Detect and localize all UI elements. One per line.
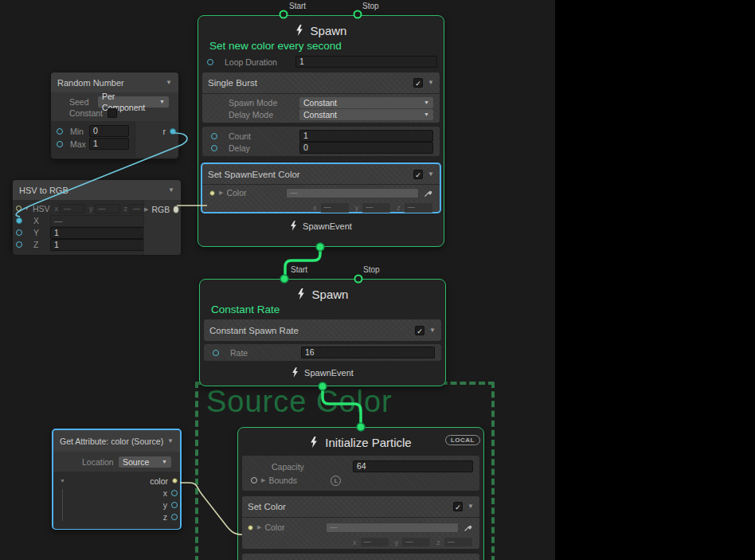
min-field[interactable]: 0	[89, 125, 129, 137]
constant-checkbox[interactable]: ✓	[108, 108, 117, 118]
seed-dropdown[interactable]: Per Component▼	[98, 96, 169, 108]
z-output-port[interactable]	[171, 514, 178, 520]
z-field[interactable]: —	[444, 537, 473, 547]
x-output-port[interactable]	[171, 490, 178, 496]
spawn2-note[interactable]: Constant Rate	[211, 303, 445, 315]
expand-triangle-icon[interactable]: ▼	[24, 206, 29, 211]
set-color-checkbox[interactable]: ✓	[453, 502, 463, 511]
min-port[interactable]	[57, 128, 63, 135]
hsv-z-port[interactable]	[16, 241, 22, 248]
node-initialize-particle[interactable]: Initialize Particle LOCAL Capacity 64 ▶ …	[237, 427, 484, 560]
rgb-output-label: RGB	[151, 205, 170, 214]
initialize-input-port[interactable]	[357, 423, 365, 431]
constant-spawn-rate-block[interactable]: Constant Spawn Rate ✓ ▼	[204, 319, 441, 341]
x-field[interactable]: —	[360, 537, 389, 547]
spawn2-stop-port[interactable]	[355, 276, 362, 283]
get-attribute-settings: Location Source▼	[53, 452, 180, 472]
single-burst-checkbox[interactable]: ✓	[413, 78, 423, 88]
y-field[interactable]: —	[362, 202, 391, 213]
count-port[interactable]	[211, 133, 217, 139]
x-field[interactable]: —	[320, 202, 350, 213]
rate-field[interactable]: 16	[301, 347, 435, 358]
spawn1-start-port[interactable]	[280, 11, 288, 18]
node-hsv-to-rgb[interactable]: HSV to RGB ▼ ▼ HSV x — y — z — X —	[12, 179, 182, 251]
node-get-attribute-color[interactable]: Get Attribute: color (Source) ▼ Location…	[52, 429, 182, 530]
spawn2-footer-label: SpawnEvent	[304, 368, 354, 378]
collapse-triangle-icon[interactable]: ▶	[219, 190, 223, 196]
eyedropper-icon[interactable]	[464, 523, 473, 532]
rgb-output-port[interactable]	[173, 206, 179, 213]
chevron-down-icon[interactable]: ▼	[168, 187, 174, 194]
x-row-field[interactable]: —	[50, 215, 144, 227]
single-burst-block[interactable]: Single Burst ✓ ▼ Spawn Mode Constant▼ De…	[202, 72, 440, 123]
z-field[interactable]: —	[404, 202, 433, 213]
rate-port[interactable]	[213, 350, 219, 356]
node-spawn-1[interactable]: Spawn Set new color every second Loop Du…	[198, 15, 444, 247]
spawn1-spawnevent-port[interactable]	[316, 243, 324, 251]
hsv-to-rgb-header[interactable]: HSV to RGB ▼	[13, 180, 181, 200]
chevron-down-icon[interactable]: ▼	[467, 503, 474, 510]
set-spawnevent-color-block[interactable]: Set SpawnEvent Color ✓ ▼ ▶ Color — x— y—…	[201, 163, 441, 213]
delay-label: Delay	[229, 143, 299, 153]
delay-port[interactable]	[211, 145, 217, 151]
rate-section: Rate 16	[204, 344, 441, 361]
delay-field[interactable]: 0	[299, 142, 433, 154]
eyedropper-icon[interactable]	[424, 188, 433, 198]
expand-triangle-icon[interactable]: ▼	[60, 478, 65, 484]
set-color-block[interactable]: Set Color ✓ ▼ ▶ Color — x— y— z—	[242, 496, 479, 549]
constant-spawn-rate-title: Constant Spawn Rate	[209, 326, 299, 335]
random-number-body: Min 0 Max 1 r	[51, 121, 178, 157]
loop-duration-field[interactable]: 1	[295, 56, 437, 68]
spawn-mode-dropdown[interactable]: Constant▼	[299, 97, 433, 108]
y-output-port[interactable]	[171, 502, 178, 508]
chevron-down-icon[interactable]: ▼	[167, 438, 174, 444]
chevron-down-icon[interactable]: ▼	[428, 171, 434, 178]
color-swatch[interactable]: —	[286, 188, 419, 198]
set-spawnevent-color-checkbox[interactable]: ✓	[413, 170, 423, 179]
color-swatch[interactable]: —	[326, 523, 459, 533]
collapse-triangle-icon[interactable]: ▶	[257, 524, 261, 531]
color-output-port[interactable]	[172, 478, 178, 484]
spawnevent-color-port[interactable]	[209, 190, 215, 196]
r-output-port[interactable]	[170, 128, 176, 135]
spawn1-stop-port[interactable]	[354, 11, 362, 18]
chevron-down-icon[interactable]: ▼	[429, 327, 436, 334]
constant-spawn-rate-checkbox[interactable]: ✓	[415, 326, 424, 335]
y-field[interactable]: —	[401, 537, 431, 547]
location-dropdown[interactable]: Source▼	[119, 456, 171, 468]
spawn2-start-port[interactable]	[280, 275, 288, 283]
delay-mode-dropdown[interactable]: Constant▼	[299, 109, 433, 120]
hsv-y-field[interactable]: —	[95, 204, 120, 213]
collapse-triangle-icon[interactable]: ▶	[261, 477, 265, 484]
capacity-field[interactable]: 64	[353, 460, 473, 472]
chevron-down-icon[interactable]: ▼	[428, 80, 434, 86]
local-badge[interactable]: LOCAL	[445, 435, 480, 445]
random-number-header[interactable]: Random Number ▼	[51, 72, 178, 92]
y-row-field[interactable]: 1	[50, 227, 144, 239]
y-label: y	[355, 204, 359, 212]
bounds-port[interactable]	[251, 477, 257, 484]
get-attribute-header[interactable]: Get Attribute: color (Source) ▼	[53, 430, 180, 452]
hsv-port[interactable]	[16, 206, 22, 211]
collapse-triangle-icon[interactable]: ▶	[144, 206, 148, 213]
hsv-x-port[interactable]	[16, 217, 22, 224]
chevron-down-icon[interactable]: ▼	[166, 80, 172, 86]
graph-canvas[interactable]: Source Color Random Number ▼ Seed Per Co…	[0, 0, 555, 560]
hsv-y-port[interactable]	[16, 229, 22, 236]
loop-duration-port[interactable]	[207, 59, 213, 65]
lightning-icon	[290, 221, 297, 231]
initialize-title: Initialize Particle	[325, 436, 411, 449]
count-field[interactable]: 1	[299, 130, 433, 142]
node-spawn-2[interactable]: Spawn Constant Rate Constant Spawn Rate …	[199, 279, 446, 386]
z-row-field[interactable]: 1	[50, 239, 144, 251]
next-block-partial[interactable]	[242, 554, 479, 560]
spawn1-note[interactable]: Set new color every second	[209, 40, 444, 52]
max-field[interactable]: 1	[89, 138, 129, 150]
spawn2-spawnevent-port[interactable]	[319, 382, 327, 390]
max-port[interactable]	[57, 141, 63, 147]
dropdown-arrow-icon: ▼	[159, 96, 165, 108]
init-color-port[interactable]	[248, 525, 253, 531]
hsv-x-field[interactable]: —	[60, 204, 85, 213]
node-random-number[interactable]: Random Number ▼ Seed Per Component▼ Cons…	[50, 72, 179, 159]
get-attribute-title: Get Attribute: color (Source)	[60, 437, 163, 446]
